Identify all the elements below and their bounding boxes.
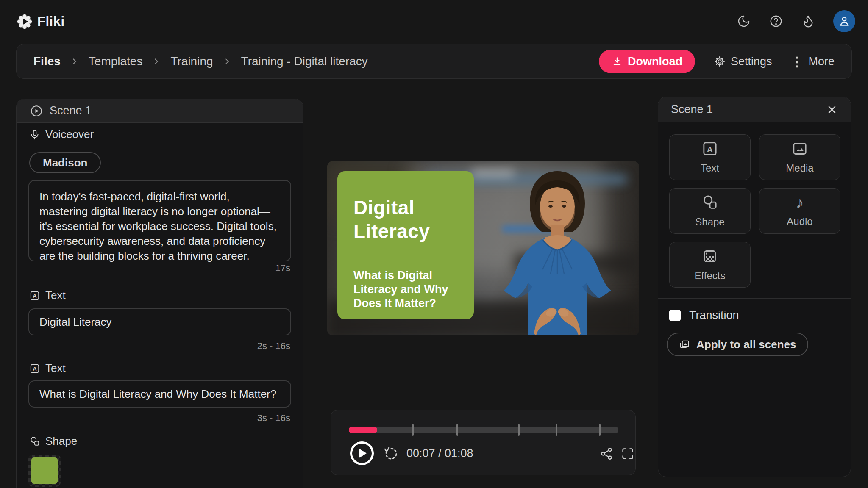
transition-toggle[interactable]: Transition: [669, 309, 739, 322]
voiceover-duration: 17s: [275, 263, 290, 274]
voice-chip-madison[interactable]: Madison: [29, 152, 101, 173]
more-label: More: [808, 55, 835, 68]
fliki-logo-icon: [17, 14, 32, 29]
transition-label: Transition: [689, 309, 739, 322]
help-icon[interactable]: [769, 14, 783, 28]
more-button[interactable]: ⋮ More: [790, 54, 835, 69]
scene-title: Scene 1: [50, 104, 92, 117]
play-scene-icon[interactable]: [30, 105, 43, 117]
time-display: 00:07 / 01:08: [406, 447, 473, 460]
scene-marker-tick[interactable]: [599, 424, 601, 436]
shape-icon: [29, 436, 40, 447]
dark-mode-moon-icon[interactable]: [737, 14, 751, 28]
text-timing-2: 3s - 16s: [257, 413, 290, 424]
share-icon[interactable]: [600, 447, 613, 460]
fullscreen-icon[interactable]: [621, 447, 634, 460]
breadcrumb-training[interactable]: Training: [170, 55, 213, 68]
presenter-avatar: [492, 166, 623, 336]
download-icon: [612, 56, 623, 67]
transition-checkbox[interactable]: [669, 310, 681, 321]
shape-color-fill: [31, 458, 58, 484]
gear-icon: [714, 55, 726, 67]
add-effects-button[interactable]: Effects: [669, 242, 751, 288]
text-timing-1: 2s - 16s: [257, 341, 290, 352]
download-label: Download: [628, 55, 682, 68]
scene-marker-tick[interactable]: [518, 424, 520, 436]
breadcrumb: Files Templates Training Training - Digi…: [33, 55, 368, 68]
svg-text:A: A: [33, 366, 37, 372]
scene-marker-tick[interactable]: [556, 424, 557, 436]
add-media-button[interactable]: Media: [759, 134, 840, 180]
text-section-label-2: A Text: [29, 362, 66, 375]
shape-section-label: Shape: [29, 435, 77, 448]
chevron-right-icon: [152, 57, 161, 66]
add-text-button[interactable]: A Text: [669, 134, 751, 180]
text-box-icon: A: [29, 363, 40, 374]
text-box-icon: A: [29, 290, 40, 301]
slide-title: Digital Literacy: [353, 196, 457, 243]
top-bar: Fliki: [0, 0, 868, 38]
chevron-right-icon: [70, 57, 79, 66]
scene-marker-tick[interactable]: [412, 424, 414, 436]
close-icon[interactable]: [826, 104, 838, 116]
slide-text-card[interactable]: Digital Literacy What is Digital Literac…: [337, 171, 474, 319]
progress-track[interactable]: [349, 427, 618, 433]
voiceover-section-label: Voiceover: [29, 128, 94, 141]
progress-fill: [349, 427, 377, 433]
user-avatar[interactable]: [833, 10, 855, 32]
apply-all-label: Apply to all scenes: [696, 338, 796, 351]
inspector-title: Scene 1: [671, 103, 713, 116]
apply-to-all-scenes-button[interactable]: Apply to all scenes: [667, 333, 808, 356]
text-section-label-1: A Text: [29, 289, 66, 302]
microphone-icon: [29, 129, 40, 140]
effects-icon: [701, 248, 718, 265]
text-field-subtitle[interactable]: What is Digital Literacy and Why Does It…: [28, 380, 291, 408]
add-audio-button[interactable]: ♪ Audio: [759, 188, 840, 234]
brand-name: Fliki: [37, 14, 65, 29]
text-field-title[interactable]: Digital Literacy: [28, 308, 291, 336]
inspector-divider: [658, 298, 851, 299]
breadcrumb-templates[interactable]: Templates: [89, 55, 143, 68]
scene-edit-panel: Scene 1 Voiceover Madison In today's fas…: [16, 99, 303, 488]
breadcrumb-current[interactable]: Training - Digital literacy: [241, 55, 368, 68]
breadcrumb-files[interactable]: Files: [33, 55, 61, 68]
streak-flame-icon[interactable]: [801, 14, 815, 28]
media-image-icon: [791, 140, 808, 157]
scene-marker-tick[interactable]: [456, 424, 458, 436]
scenes-copy-icon: [679, 338, 690, 350]
loop-restart-icon[interactable]: [384, 446, 399, 461]
shape-swatch[interactable]: [28, 455, 61, 487]
text-box-icon: A: [701, 140, 718, 157]
shape-icon: [701, 194, 718, 211]
voiceover-script-input[interactable]: In today's fast-paced, digital-first wor…: [28, 180, 291, 261]
scene-panel-header[interactable]: Scene 1: [17, 99, 303, 123]
add-shape-button[interactable]: Shape: [669, 188, 751, 234]
svg-text:A: A: [33, 293, 37, 299]
video-preview[interactable]: Digital Literacy What is Digital Literac…: [327, 161, 639, 336]
player-controls: 00:07 / 01:08: [331, 410, 636, 475]
ellipsis-vertical-icon: ⋮: [790, 54, 803, 69]
settings-label: Settings: [731, 55, 772, 68]
svg-text:A: A: [707, 145, 713, 154]
settings-button[interactable]: Settings: [714, 55, 772, 68]
music-note-icon: ♪: [796, 194, 804, 211]
play-button[interactable]: [350, 441, 374, 466]
breadcrumb-bar: Files Templates Training Training - Digi…: [16, 44, 852, 79]
fliki-brand[interactable]: Fliki: [17, 14, 65, 29]
slide-subtitle: What is Digital Literacy and Why Does It…: [353, 269, 459, 311]
inspector-header: Scene 1: [658, 97, 851, 122]
scene-inspector-panel: Scene 1 A Text Media Shape ♪ Audio: [658, 97, 851, 477]
chevron-right-icon: [223, 57, 232, 66]
download-button[interactable]: Download: [599, 50, 695, 73]
